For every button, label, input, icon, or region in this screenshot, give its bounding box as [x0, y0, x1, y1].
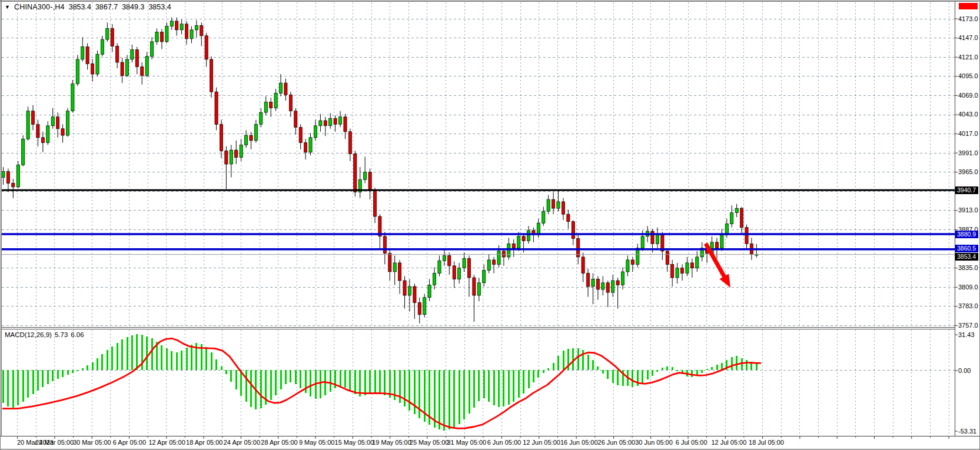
window-left-edge [1, 0, 2, 436]
open-value: 3853.4 [69, 3, 91, 11]
macd-indicator-label: MACD(12,26,9) 5.73 6.06 [5, 331, 84, 338]
window-top-edge [0, 1, 979, 2]
panel-separator-line-2 [1, 329, 955, 329]
macd-panel [2, 334, 760, 431]
macd-signal-value: 6.06 [71, 331, 84, 338]
panel-separator-line[interactable] [1, 327, 955, 328]
chart-canvas[interactable] [0, 0, 980, 450]
candlestick-panel [2, 18, 758, 324]
price-axis-border [955, 1, 955, 436]
macd-name: MACD(12,26,9) [5, 331, 52, 338]
top-right-red-marker [959, 3, 978, 9]
high-value: 3867.7 [95, 3, 118, 11]
time-axis-border [0, 436, 980, 436]
symbol-period-label: CHINA300-,H4 [14, 3, 65, 11]
macd-current-value: 5.73 [55, 331, 68, 338]
chart-header: ▼ CHINA300-,H4 3853.4 3867.7 3849.3 3853… [5, 3, 171, 11]
ohlc-values: 3853.4 3867.7 3849.3 3853.4 [69, 3, 171, 11]
trading-chart-window: 4173.04147.04121.04095.04069.04043.04017… [0, 0, 980, 450]
low-value: 3849.3 [122, 3, 144, 11]
symbol-dropdown-icon[interactable]: ▼ [5, 4, 10, 11]
close-value: 3853.4 [148, 3, 171, 11]
